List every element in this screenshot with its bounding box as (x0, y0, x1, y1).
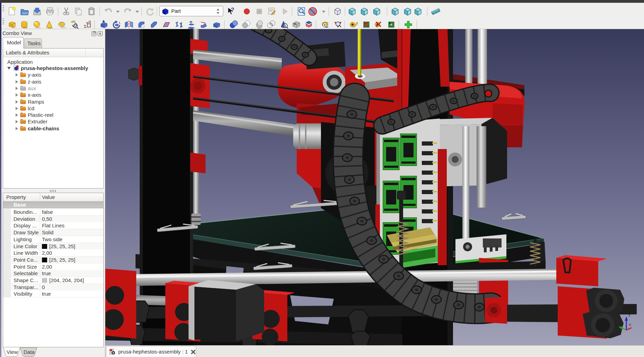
svg-text:Data: Data (24, 349, 35, 355)
svg-text:x: x (629, 322, 631, 326)
svg-text:?: ? (231, 7, 234, 13)
svg-text:y: y (616, 322, 618, 326)
svg-text:View: View (7, 349, 18, 355)
svg-text:z: z (628, 313, 630, 317)
